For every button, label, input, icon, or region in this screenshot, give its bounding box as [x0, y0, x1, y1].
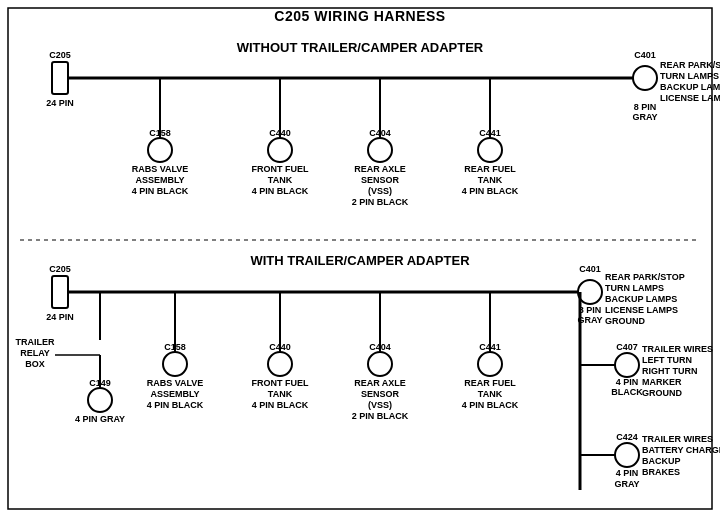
s1-left-id: C205: [49, 50, 71, 60]
s2-c440-l1: FRONT FUEL: [252, 378, 309, 388]
s2-c404-l2: SENSOR: [361, 389, 400, 399]
s1-c158-l1: RABS VALVE: [132, 164, 189, 174]
s2-c440-l3: 4 PIN BLACK: [252, 400, 309, 410]
s2-c441-id: C441: [479, 342, 501, 352]
s1-c158-id: C158: [149, 128, 171, 138]
s2-c158-l1: RABS VALVE: [147, 378, 204, 388]
s1-c404-l4: 2 PIN BLACK: [352, 197, 409, 207]
svg-point-8: [368, 138, 392, 162]
svg-point-18: [578, 280, 602, 304]
svg-point-21: [615, 353, 639, 377]
s2-c407-desc2: LEFT TURN: [642, 355, 692, 365]
svg-point-25: [163, 352, 187, 376]
s2-c407-desc5: GROUND: [642, 388, 682, 398]
s1-left-pins: 24 PIN: [46, 98, 74, 108]
s2-c441-l2: TANK: [478, 389, 503, 399]
s2-c424-id: C424: [616, 432, 638, 442]
s1-c441-id: C441: [479, 128, 501, 138]
s2-trailer-label2: RELAY: [20, 348, 50, 358]
s2-c424-desc3: BACKUP: [642, 456, 681, 466]
s2-right-desc2: TURN LAMPS: [605, 283, 664, 293]
s1-c440-l2: TANK: [268, 175, 293, 185]
s2-c441-l1: REAR FUEL: [464, 378, 516, 388]
svg-point-31: [478, 352, 502, 376]
s2-c158-id: C158: [164, 342, 186, 352]
s1-c158-l3: 4 PIN BLACK: [132, 186, 189, 196]
s1-c404-l2: SENSOR: [361, 175, 400, 185]
s2-c149-pins: 4 PIN GRAY: [75, 414, 125, 424]
s2-right-pins: 8 PIN: [579, 305, 602, 315]
s2-c424-desc2: BATTERY CHARGE: [642, 445, 720, 455]
s2-c407-desc1: TRAILER WIRES: [642, 344, 713, 354]
svg-point-17: [88, 388, 112, 412]
s1-right-desc2: TURN LAMPS: [660, 71, 719, 81]
s1-c404-l3: (VSS): [368, 186, 392, 196]
svg-point-29: [368, 352, 392, 376]
s2-right-desc3: BACKUP LAMPS: [605, 294, 677, 304]
svg-point-6: [268, 138, 292, 162]
s2-c441-l3: 4 PIN BLACK: [462, 400, 519, 410]
s2-c424-desc1: TRAILER WIRES: [642, 434, 713, 444]
s2-c404-l3: (VSS): [368, 400, 392, 410]
s1-c404-l1: REAR AXLE: [354, 164, 406, 174]
s2-c158-l2: ASSEMBLY: [150, 389, 199, 399]
s2-left-id: C205: [49, 264, 71, 274]
s2-right-desc1: REAR PARK/STOP: [605, 272, 685, 282]
s1-c441-l1: REAR FUEL: [464, 164, 516, 174]
s2-left-pins: 24 PIN: [46, 312, 74, 322]
diagram-container: C205 WIRING HARNESS WITHOUT TRAILER/CAMP…: [0, 0, 720, 517]
s2-right-id: C401: [579, 264, 601, 274]
section1-title: WITHOUT TRAILER/CAMPER ADAPTER: [237, 40, 484, 55]
s2-c404-l4: 2 PIN BLACK: [352, 411, 409, 421]
s1-c158-l2: ASSEMBLY: [135, 175, 184, 185]
s1-c441-l3: 4 PIN BLACK: [462, 186, 519, 196]
s2-right-desc5: GROUND: [605, 316, 645, 326]
svg-rect-1: [52, 62, 68, 94]
s2-right-desc4: LICENSE LAMPS: [605, 305, 678, 315]
s1-c440-l3: 4 PIN BLACK: [252, 186, 309, 196]
s1-right-desc4: LICENSE LAMPS: [660, 93, 720, 103]
s2-c149-id: C149: [89, 378, 111, 388]
s2-c404-id: C404: [369, 342, 391, 352]
s1-right-pins: 8 PIN: [634, 102, 657, 112]
s1-c440-l1: FRONT FUEL: [252, 164, 309, 174]
s2-c407-desc4: MARKER: [642, 377, 682, 387]
s2-trailer-label3: BOX: [25, 359, 45, 369]
s1-right-desc3: BACKUP LAMPS: [660, 82, 720, 92]
s1-c441-l2: TANK: [478, 175, 503, 185]
s2-c407-desc3: RIGHT TURN: [642, 366, 698, 376]
s2-c440-id: C440: [269, 342, 291, 352]
s2-c424-color: GRAY: [614, 479, 639, 489]
s2-c158-l3: 4 PIN BLACK: [147, 400, 204, 410]
s2-trailer-label1: TRAILER: [16, 337, 55, 347]
svg-point-10: [478, 138, 502, 162]
svg-point-27: [268, 352, 292, 376]
s1-c440-id: C440: [269, 128, 291, 138]
s2-c424-desc4: BRAKES: [642, 467, 680, 477]
s1-right-id: C401: [634, 50, 656, 60]
svg-point-2: [633, 66, 657, 90]
s1-c404-id: C404: [369, 128, 391, 138]
s1-right-desc1: REAR PARK/STOP: [660, 60, 720, 70]
s1-right-color: GRAY: [632, 112, 657, 122]
svg-rect-13: [52, 276, 68, 308]
s2-c440-l2: TANK: [268, 389, 293, 399]
s2-c424-pins: 4 PIN: [616, 468, 639, 478]
s2-c407-pins: 4 PIN: [616, 377, 639, 387]
s2-c404-l1: REAR AXLE: [354, 378, 406, 388]
s2-c407-id: C407: [616, 342, 638, 352]
s2-c407-color: BLACK: [611, 387, 643, 397]
section2-title: WITH TRAILER/CAMPER ADAPTER: [250, 253, 470, 268]
svg-point-4: [148, 138, 172, 162]
svg-point-23: [615, 443, 639, 467]
